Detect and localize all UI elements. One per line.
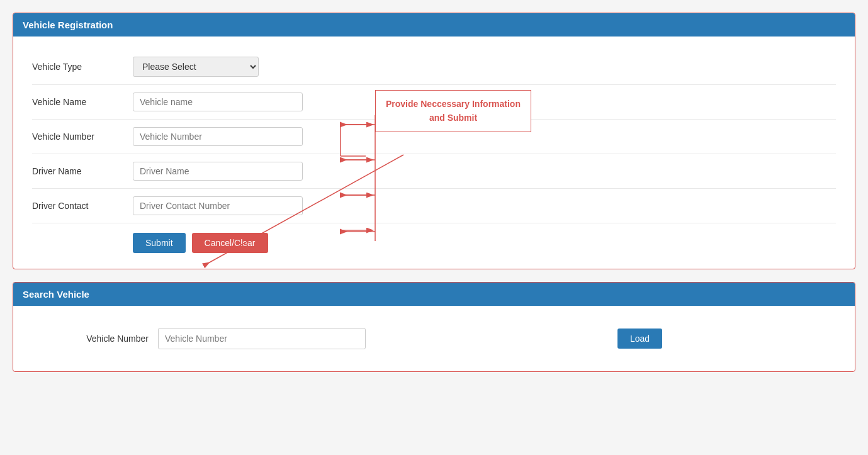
search-form-row: Vehicle Number Load [32,318,836,359]
vehicle-registration-panel: Vehicle Registration Vehicle Type Please… [13,13,855,269]
driver-name-label: Driver Name [32,166,133,176]
search-panel-body: Vehicle Number Load [13,306,855,371]
driver-contact-row: Driver Contact [32,189,836,223]
buttons-row: Submit Cancel/Clear [32,223,836,256]
driver-name-input[interactable] [133,162,303,181]
vehicle-name-input[interactable] [133,93,303,111]
cancel-button[interactable]: Cancel/Clear [192,233,268,253]
search-panel-header: Search Vehicle [13,283,855,306]
submit-button[interactable]: Submit [133,233,186,253]
vehicle-type-row: Vehicle Type Please Select Car Truck Bus… [32,49,836,85]
search-title: Search Vehicle [23,289,89,300]
driver-name-row: Driver Name [32,154,836,189]
search-vehicle-number-label: Vehicle Number [32,334,158,344]
driver-contact-label: Driver Contact [32,201,133,211]
vehicle-name-label: Vehicle Name [32,97,133,107]
annotation-line1: Provide Neccessary Information [386,99,521,109]
vehicle-number-label: Vehicle Number [32,132,133,142]
registration-title: Vehicle Registration [23,20,113,30]
vehicle-number-input[interactable] [133,127,303,146]
registration-form: Vehicle Type Please Select Car Truck Bus… [32,49,836,223]
annotation-line2: and Submit [429,113,477,123]
search-vehicle-panel: Search Vehicle Vehicle Number Load [13,282,855,372]
vehicle-type-label: Vehicle Type [32,62,133,72]
registration-panel-header: Vehicle Registration [13,13,855,37]
annotation-box: Provide Neccessary Information and Submi… [375,90,531,132]
driver-contact-input[interactable] [133,196,303,215]
search-vehicle-number-input[interactable] [158,328,366,349]
vehicle-type-select[interactable]: Please Select Car Truck Bus Motorcycle [133,57,259,77]
load-button[interactable]: Load [617,329,662,349]
registration-panel-body: Vehicle Type Please Select Car Truck Bus… [13,37,855,269]
